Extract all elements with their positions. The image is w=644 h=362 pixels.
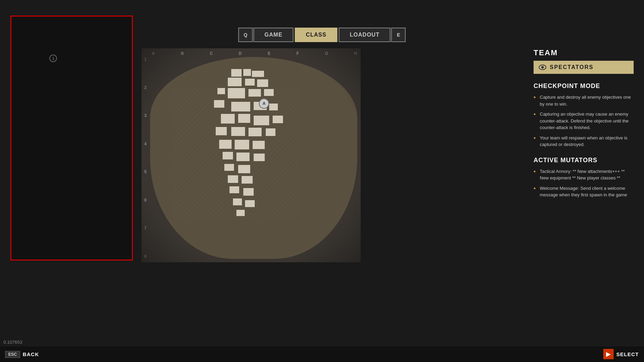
bottom-bar: ESC BACK ▶ SELECT xyxy=(0,346,644,362)
mutator-bullet-2: Welcome Message: Send client a welcome m… xyxy=(534,185,634,198)
back-button[interactable]: ESC BACK xyxy=(5,351,39,358)
checkpoint-bullet-3: Your team will respawn when an objective… xyxy=(534,135,634,148)
row-label-2: 2 xyxy=(144,85,147,90)
row-label-4: 4 xyxy=(144,141,147,146)
checkpoint-title: CHECKPOINT MODE xyxy=(534,82,634,90)
spectators-label: SPECTATORS xyxy=(550,64,594,70)
left-panel: ℹ xyxy=(10,16,133,261)
checkpoint-bullet-1: Capture and destroy all enemy objectives… xyxy=(534,94,634,107)
back-label: BACK xyxy=(23,351,39,357)
tab-class[interactable]: CLASS xyxy=(295,28,337,42)
e-key-button[interactable]: E xyxy=(391,28,406,42)
row-label-7: 7 xyxy=(144,226,147,231)
eye-icon xyxy=(539,65,546,70)
row-label-8: 8 xyxy=(144,254,147,259)
top-nav: Q GAME CLASS LOADOUT E xyxy=(238,28,406,42)
col-label-g: G xyxy=(325,51,328,56)
mutators-title: ACTIVE MUTATORS xyxy=(534,157,634,164)
row-label-1: 1 xyxy=(144,57,147,62)
tab-loadout[interactable]: LOADOUT xyxy=(339,28,391,42)
version-number: 0.107653 xyxy=(3,340,22,345)
map-col-labels: A B C D E F G H xyxy=(152,51,357,56)
buildings-cluster xyxy=(197,69,293,224)
tab-game[interactable]: GAME xyxy=(253,28,293,42)
select-icon: ▶ xyxy=(603,349,614,359)
esc-key: ESC xyxy=(5,351,20,358)
right-panel: TEAM SPECTATORS CHECKPOINT MODE Capture … xyxy=(534,48,634,207)
spectators-button[interactable]: SPECTATORS xyxy=(534,61,634,74)
row-label-3: 3 xyxy=(144,113,147,118)
col-label-d: D xyxy=(239,51,242,56)
mutator-bullet-1: Tactical Armory: ** New attachments+++ *… xyxy=(534,168,634,182)
col-label-a: A xyxy=(152,51,155,56)
col-label-h: H xyxy=(354,51,357,56)
checkpoint-bullets: Capture and destroy all enemy objectives… xyxy=(534,94,634,148)
team-label: TEAM xyxy=(534,48,634,57)
col-label-b: B xyxy=(181,51,184,56)
q-key-button[interactable]: Q xyxy=(238,28,253,42)
objective-a-marker: A xyxy=(259,98,269,109)
info-icon: ℹ xyxy=(49,55,57,62)
select-button[interactable]: ▶ SELECT xyxy=(603,349,639,359)
col-label-e: E xyxy=(268,51,271,56)
map-container: A B C D E F G H 1 2 3 4 5 6 7 8 xyxy=(142,48,361,262)
row-label-5: 5 xyxy=(144,169,147,174)
map-row-labels: 1 2 3 4 5 6 7 8 xyxy=(144,57,147,259)
select-label: SELECT xyxy=(616,351,639,357)
col-label-c: C xyxy=(210,51,213,56)
checkpoint-bullet-2: Capturing an objective may cause an enem… xyxy=(534,111,634,131)
svg-point-2 xyxy=(542,67,543,68)
col-label-f: F xyxy=(296,51,299,56)
row-label-6: 6 xyxy=(144,198,147,203)
mutators-bullets: Tactical Armory: ** New attachments+++ *… xyxy=(534,168,634,198)
